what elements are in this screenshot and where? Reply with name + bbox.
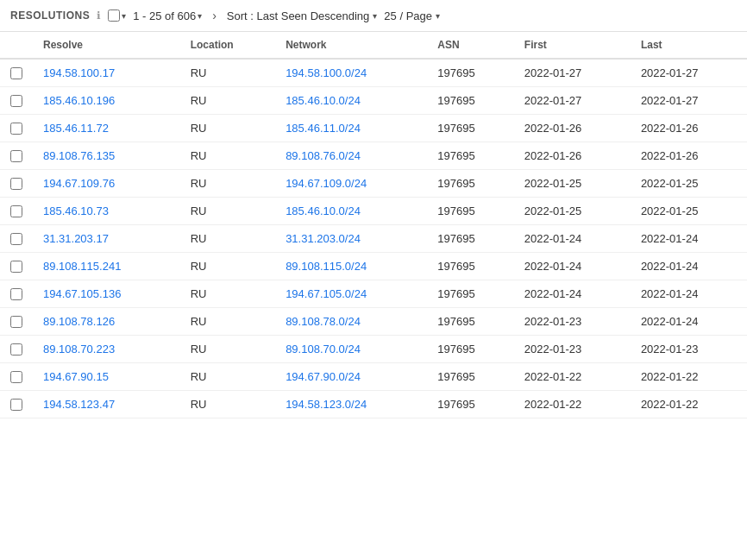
next-page-arrow[interactable]: › xyxy=(209,7,220,24)
last-seen-cell: 2022-01-22 xyxy=(631,363,747,391)
resolve-cell: 194.67.105.136 xyxy=(33,280,180,308)
row-checkbox[interactable] xyxy=(10,343,22,356)
asn-cell: 197695 xyxy=(427,198,514,225)
network-link[interactable]: 194.58.100.0/24 xyxy=(286,66,367,79)
network-cell: 89.108.78.0/24 xyxy=(275,308,427,336)
location-cell: RU xyxy=(180,225,275,253)
network-link[interactable]: 194.67.90.0/24 xyxy=(286,370,361,383)
network-link[interactable]: 31.31.203.0/24 xyxy=(286,232,361,245)
per-page-selector[interactable]: 25 / Page ▾ xyxy=(384,9,440,22)
network-cell: 89.108.115.0/24 xyxy=(275,253,427,280)
per-page-caret-icon: ▾ xyxy=(436,11,440,21)
row-checkbox[interactable] xyxy=(10,371,22,383)
sort-selector[interactable]: Sort : Last Seen Descending ▾ xyxy=(227,9,378,22)
info-icon[interactable]: ℹ xyxy=(97,9,101,22)
resolve-link[interactable]: 194.58.123.47 xyxy=(43,398,115,411)
row-checkbox[interactable] xyxy=(10,205,22,217)
sort-caret-icon: ▾ xyxy=(373,11,377,21)
network-cell: 89.108.70.0/24 xyxy=(275,336,427,363)
resolve-link[interactable]: 194.67.105.136 xyxy=(43,287,121,300)
network-link[interactable]: 194.67.109.0/24 xyxy=(286,177,367,190)
pagination-range-caret: ▾ xyxy=(198,11,202,21)
table-header-bar: RESOLUTIONS ℹ ▾ 1 - 25 of 606 ▾ › Sort :… xyxy=(0,0,747,32)
first-seen-cell: 2022-01-25 xyxy=(514,198,631,225)
resolve-link[interactable]: 185.46.10.73 xyxy=(43,204,109,217)
resolve-cell: 89.108.70.223 xyxy=(33,336,180,363)
resolve-link[interactable]: 89.108.78.126 xyxy=(43,315,115,328)
first-seen-cell: 2022-01-27 xyxy=(514,59,631,87)
table-row: 89.108.76.135RU89.108.76.0/241976952022-… xyxy=(0,142,747,170)
location-cell: RU xyxy=(180,391,275,418)
resolve-link[interactable]: 185.46.11.72 xyxy=(43,122,109,135)
row-checkbox[interactable] xyxy=(10,233,22,245)
resolve-link[interactable]: 194.58.100.17 xyxy=(43,66,115,79)
col-asn: ASN xyxy=(427,32,514,59)
row-checkbox[interactable] xyxy=(10,316,22,328)
row-checkbox[interactable] xyxy=(10,178,22,190)
network-link[interactable]: 89.108.115.0/24 xyxy=(286,260,367,273)
network-link[interactable]: 89.108.70.0/24 xyxy=(286,343,361,356)
row-checkbox-cell xyxy=(0,170,33,198)
network-cell: 89.108.76.0/24 xyxy=(275,142,427,170)
table-row: 89.108.70.223RU89.108.70.0/241976952022-… xyxy=(0,336,747,363)
network-cell: 194.67.109.0/24 xyxy=(275,170,427,198)
resolve-link[interactable]: 89.108.76.135 xyxy=(43,149,115,162)
select-all-checkbox[interactable] xyxy=(108,9,120,22)
pagination-range[interactable]: 1 - 25 of 606 ▾ xyxy=(133,9,202,22)
asn-cell: 197695 xyxy=(427,253,514,280)
table-row: 194.58.100.17RU194.58.100.0/241976952022… xyxy=(0,59,747,87)
location-cell: RU xyxy=(180,142,275,170)
asn-cell: 197695 xyxy=(427,308,514,336)
network-link[interactable]: 185.46.10.0/24 xyxy=(286,94,361,107)
resolve-cell: 89.108.76.135 xyxy=(33,142,180,170)
row-checkbox-cell xyxy=(0,198,33,225)
resolve-link[interactable]: 194.67.109.76 xyxy=(43,177,115,190)
resolve-link[interactable]: 89.108.70.223 xyxy=(43,343,115,356)
first-seen-cell: 2022-01-25 xyxy=(514,170,631,198)
network-cell: 194.67.90.0/24 xyxy=(275,363,427,391)
row-checkbox-cell xyxy=(0,363,33,391)
resolve-cell: 194.58.100.17 xyxy=(33,59,180,87)
resolve-cell: 194.67.90.15 xyxy=(33,363,180,391)
first-seen-cell: 2022-01-24 xyxy=(514,280,631,308)
table-row: 89.108.78.126RU89.108.78.0/241976952022-… xyxy=(0,308,747,336)
table-row: 194.67.90.15RU194.67.90.0/241976952022-0… xyxy=(0,363,747,391)
row-checkbox[interactable] xyxy=(10,95,22,107)
row-checkbox[interactable] xyxy=(10,123,22,135)
network-link[interactable]: 185.46.10.0/24 xyxy=(286,204,361,217)
select-all-container: ▾ xyxy=(108,9,126,22)
last-seen-cell: 2022-01-23 xyxy=(631,336,747,363)
resolve-cell: 89.108.115.241 xyxy=(33,253,180,280)
network-cell: 194.58.123.0/24 xyxy=(275,391,427,418)
row-checkbox[interactable] xyxy=(10,261,22,273)
select-all-chevron-icon[interactable]: ▾ xyxy=(122,11,126,21)
last-seen-cell: 2022-01-24 xyxy=(631,308,747,336)
resolve-link[interactable]: 31.31.203.17 xyxy=(43,232,109,245)
last-seen-cell: 2022-01-27 xyxy=(631,87,747,115)
resolve-link[interactable]: 89.108.115.241 xyxy=(43,260,121,273)
row-checkbox[interactable] xyxy=(10,67,22,79)
row-checkbox[interactable] xyxy=(10,150,22,162)
col-location: Location xyxy=(180,32,275,59)
asn-cell: 197695 xyxy=(427,225,514,253)
row-checkbox[interactable] xyxy=(10,288,22,300)
resolve-cell: 194.58.123.47 xyxy=(33,391,180,418)
resolve-link[interactable]: 194.67.90.15 xyxy=(43,370,109,383)
network-link[interactable]: 89.108.76.0/24 xyxy=(286,149,361,162)
network-link[interactable]: 185.46.11.0/24 xyxy=(286,122,361,135)
location-cell: RU xyxy=(180,198,275,225)
network-link[interactable]: 89.108.78.0/24 xyxy=(286,315,361,328)
resolve-link[interactable]: 185.46.10.196 xyxy=(43,94,115,107)
table-row: 89.108.115.241RU89.108.115.0/24197695202… xyxy=(0,253,747,280)
row-checkbox[interactable] xyxy=(10,399,22,411)
location-cell: RU xyxy=(180,253,275,280)
last-seen-cell: 2022-01-26 xyxy=(631,115,747,142)
checkbox-header xyxy=(0,32,33,59)
last-seen-cell: 2022-01-22 xyxy=(631,391,747,418)
network-link[interactable]: 194.58.123.0/24 xyxy=(286,398,367,411)
col-resolve: Resolve xyxy=(33,32,180,59)
sort-label: Sort : Last Seen Descending xyxy=(227,9,370,22)
last-seen-cell: 2022-01-24 xyxy=(631,225,747,253)
network-link[interactable]: 194.67.105.0/24 xyxy=(286,287,367,300)
page-title: RESOLUTIONS xyxy=(10,9,90,22)
